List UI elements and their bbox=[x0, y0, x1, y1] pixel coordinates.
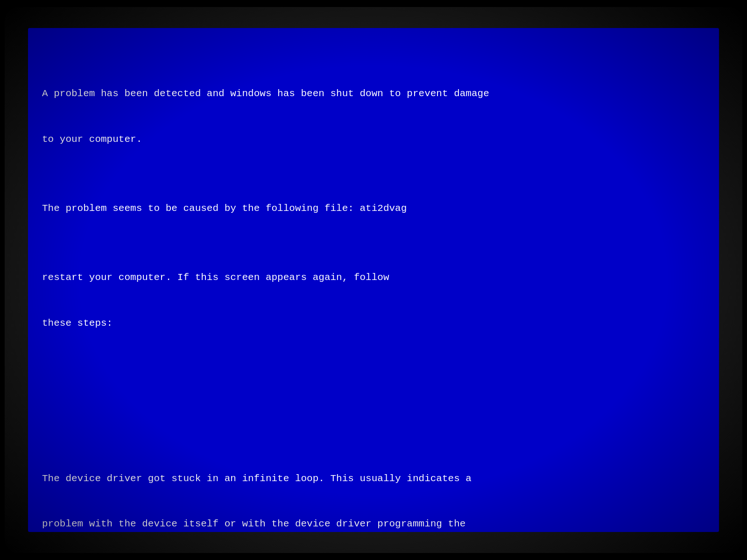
bsod-line-2: to your computer. bbox=[42, 132, 705, 147]
bsod-line-1: A problem has been detected and windows … bbox=[42, 86, 705, 102]
monitor-outer: A problem has been detected and windows … bbox=[5, 7, 742, 553]
bsod-line-7: The device driver got stuck in an infini… bbox=[42, 471, 705, 487]
bsod-line-8: problem with the device itself or with t… bbox=[42, 517, 705, 532]
bsod-line-3: The problem seems to be caused by the fo… bbox=[42, 201, 705, 217]
bsod-line-5: these steps: bbox=[42, 316, 705, 331]
bsod-screen: A problem has been detected and windows … bbox=[28, 28, 719, 532]
bsod-line-4: restart your computer. If this screen ap… bbox=[42, 270, 705, 286]
bsod-spacer bbox=[42, 415, 705, 426]
bsod-content: A problem has been detected and windows … bbox=[42, 56, 705, 532]
